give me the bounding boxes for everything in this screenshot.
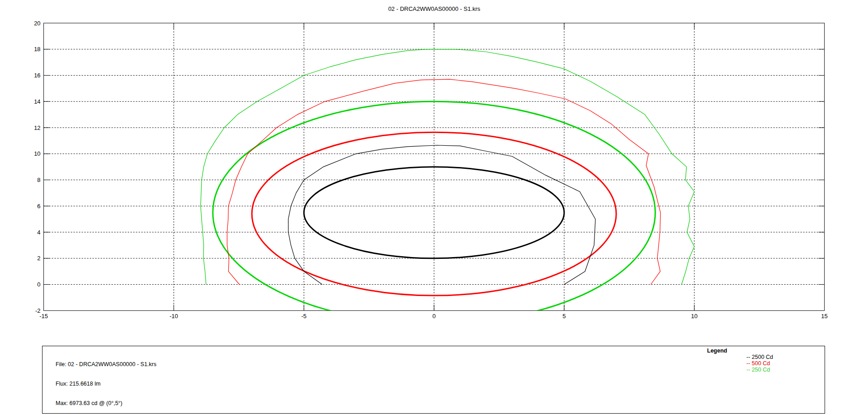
info-line-flux: Flux: 215.6618 lm xyxy=(56,381,156,387)
contour-layer xyxy=(201,49,694,324)
y-axis-tick-label: 2 xyxy=(37,255,40,262)
contour-500-cd-measured xyxy=(227,79,660,284)
legend-entry-500cd: -- 500 Cd xyxy=(746,360,820,367)
y-axis-tick-label: 8 xyxy=(37,176,40,183)
x-axis-tick-label: -5 xyxy=(301,313,307,320)
y-axis-tick-label: 6 xyxy=(37,203,40,210)
y-axis-tick-label: 16 xyxy=(34,72,40,79)
photometric-summary: File: 02 - DRCA2WW0AS00000 - S1.krs Flux… xyxy=(56,348,156,415)
legend-entry-250cd: -- 250 Cd xyxy=(746,367,820,373)
x-axis-tick-label: 5 xyxy=(562,313,566,320)
x-axis-tick-label: 15 xyxy=(821,313,827,320)
y-axis-tick-label: 10 xyxy=(34,150,40,157)
contour-2500-cd-smoothed xyxy=(304,167,564,258)
x-axis-tick-label: 0 xyxy=(432,313,435,320)
legend-entry-2500cd: -- 2500 Cd xyxy=(746,354,820,360)
contour-2500-cd-measured xyxy=(288,145,595,285)
x-axis-tick-label: -15 xyxy=(39,313,48,320)
y-axis-tick-label: 4 xyxy=(37,229,40,236)
y-axis-tick-label: 20 xyxy=(34,20,40,27)
y-axis-tick-label: -2 xyxy=(35,307,41,314)
y-axis-tick-label: 18 xyxy=(34,46,40,52)
info-line-file: File: 02 - DRCA2WW0AS00000 - S1.krs xyxy=(56,361,156,367)
info-panel: File: 02 - DRCA2WW0AS00000 - S1.krs Flux… xyxy=(42,346,825,414)
info-line-max: Max: 6973.63 cd @ (0°,5°) xyxy=(56,400,156,406)
y-axis-tick-label: 0 xyxy=(37,281,40,288)
legend-title: Legend xyxy=(707,348,820,354)
y-axis-tick-label: 14 xyxy=(34,98,40,105)
legend: Legend -- 2500 Cd -- 500 Cd -- 250 Cd xyxy=(707,348,820,373)
y-axis-tick-label: 12 xyxy=(34,124,40,131)
x-axis-tick-label: 10 xyxy=(691,313,698,320)
x-axis-tick-label: -10 xyxy=(170,313,178,320)
photometric-plot-window: 02 - DRCA2WW0AS00000 - S1.krs -15-10-505… xyxy=(0,0,868,415)
